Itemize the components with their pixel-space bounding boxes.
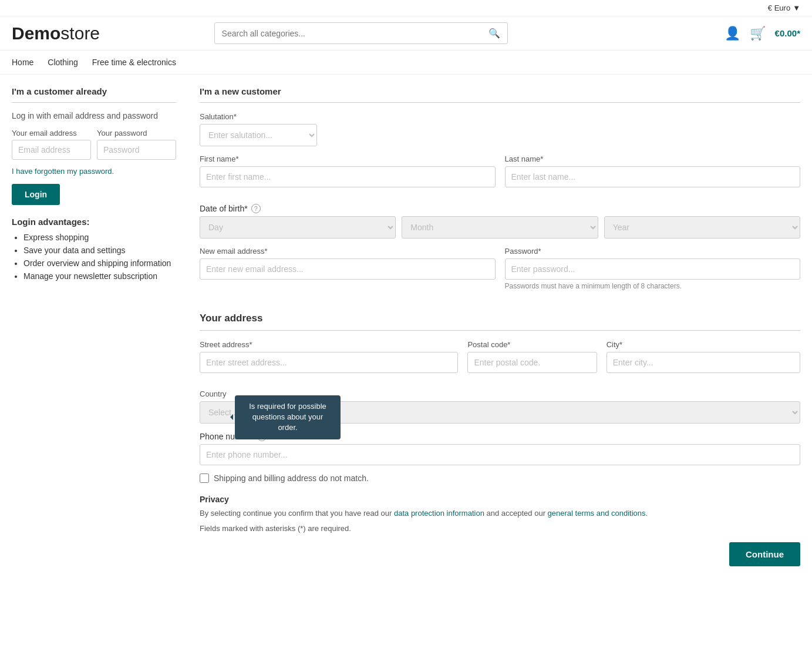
new-password-input[interactable] — [505, 258, 801, 280]
dob-selects-row: Day for(let i=1;i<=31;i++) document.writ… — [200, 216, 800, 239]
new-email-input[interactable] — [200, 258, 496, 280]
country-group: Country Select... Germany Austria Switze… — [200, 389, 800, 424]
dob-section: Date of birth* ? Day for(let i=1;i<=31;i… — [200, 204, 800, 239]
first-name-input[interactable] — [200, 166, 496, 187]
currency-selector[interactable]: € Euro ▼ — [768, 4, 800, 12]
dob-label-row: Date of birth* ? — [200, 204, 800, 213]
advantage-item: Save your data and settings — [23, 246, 176, 255]
cart-amount[interactable]: €0.00* — [775, 28, 800, 38]
privacy-text-between: and accepted our — [484, 509, 548, 518]
privacy-link2[interactable]: general terms and conditions. — [548, 509, 648, 518]
address-row: Street address* Postal code* City* — [200, 340, 800, 381]
dropdown-arrow-icon: ▼ — [793, 4, 800, 12]
privacy-section: Privacy By selecting continue you confir… — [200, 495, 800, 533]
right-panel: I'm a new customer Salutation* Enter sal… — [200, 86, 800, 566]
password-group: Your password — [97, 129, 176, 160]
new-password-group: Password* Passwords must have a minimum … — [505, 247, 801, 290]
year-select[interactable]: Year for(let y=2024;y>=1920;y--) documen… — [604, 216, 800, 239]
currency-label: € Euro — [768, 4, 790, 12]
password-field[interactable] — [97, 140, 176, 160]
last-name-group: Last name* — [505, 155, 801, 187]
salutation-label: Salutation* — [200, 112, 800, 121]
main-content: I'm a customer already Log in with email… — [0, 75, 812, 578]
search-bar[interactable]: 🔍 — [214, 22, 508, 44]
password-hint: Passwords must have a minimum length of … — [505, 282, 801, 290]
email-field[interactable] — [12, 140, 91, 160]
user-icon[interactable]: 👤 — [725, 26, 740, 41]
advantages-title: Login advantages: — [12, 217, 176, 227]
postal-group: Postal code* — [467, 340, 597, 373]
street-input[interactable] — [200, 352, 458, 373]
advantage-item: Order overview and shipping information — [23, 258, 176, 268]
forgot-password-link[interactable]: I have forgotten my password. — [12, 167, 176, 176]
last-name-input[interactable] — [505, 166, 801, 187]
privacy-link1[interactable]: data protection information — [394, 509, 484, 518]
first-name-label: First name* — [200, 155, 496, 163]
phone-input[interactable] — [200, 444, 800, 465]
new-email-group: New email address* — [200, 247, 496, 290]
city-label: City* — [607, 340, 800, 349]
advantage-item: Manage your newsletter subscription — [23, 271, 176, 281]
nav-clothing[interactable]: Clothing — [48, 58, 78, 67]
advantage-item: Express shopping — [23, 233, 176, 242]
login-fields-row: Your email address Your password — [12, 129, 176, 167]
first-name-group: First name* — [200, 155, 496, 187]
search-input[interactable] — [222, 29, 484, 38]
login-subtitle: Log in with email address and password — [12, 111, 176, 120]
main-nav: Home Clothing Free time & electronics — [0, 51, 812, 75]
salutation-select[interactable]: Enter salutation... Mr. Mrs. Mx. — [200, 124, 317, 146]
email-password-row: New email address* Password* Passwords m… — [200, 247, 800, 298]
continue-button[interactable]: Continue — [729, 542, 800, 566]
email-group: Your email address — [12, 129, 91, 160]
logo[interactable]: Demostore — [12, 23, 100, 43]
street-label: Street address* — [200, 340, 458, 349]
city-group: City* — [607, 340, 800, 373]
login-button[interactable]: Login — [12, 184, 60, 205]
city-input[interactable] — [607, 352, 800, 373]
new-customer-title: I'm a new customer — [200, 86, 800, 103]
address-section: Your address Street address* Postal code… — [200, 313, 800, 566]
street-group: Street address* — [200, 340, 458, 373]
day-select[interactable]: Day for(let i=1;i<=31;i++) document.writ… — [200, 216, 396, 239]
nav-free-time[interactable]: Free time & electronics — [92, 58, 176, 67]
name-row: First name* Last name* — [200, 155, 800, 196]
email-label: Your email address — [12, 129, 91, 137]
new-password-label: Password* — [505, 247, 801, 256]
continue-row: Continue — [200, 542, 800, 566]
postal-input[interactable] — [467, 352, 597, 373]
salutation-group: Salutation* Enter salutation... Mr. Mrs.… — [200, 112, 800, 146]
cart-icon[interactable]: 🛒 — [750, 26, 766, 41]
advantages-list: Express shopping Save your data and sett… — [12, 233, 176, 281]
header-right: 👤 🛒 €0.00* — [725, 26, 800, 41]
privacy-title: Privacy — [200, 495, 800, 504]
header: Demostore 🔍 👤 🛒 €0.00* — [0, 16, 812, 51]
search-icon: 🔍 — [488, 28, 500, 39]
dob-help-icon[interactable]: ? — [251, 204, 261, 213]
nav-home[interactable]: Home — [12, 58, 33, 67]
logo-bold: Demo — [12, 23, 60, 43]
required-note: Fields marked with asterisks (*) are req… — [200, 524, 800, 533]
last-name-label: Last name* — [505, 155, 801, 163]
existing-customer-title: I'm a customer already — [12, 86, 176, 103]
shipping-billing-checkbox[interactable] — [200, 473, 209, 483]
postal-label: Postal code* — [467, 340, 597, 349]
shipping-billing-label: Shipping and billing address do not matc… — [214, 473, 369, 483]
logo-light: store — [60, 23, 100, 43]
shipping-billing-row: Shipping and billing address do not matc… — [200, 473, 800, 483]
top-bar: € Euro ▼ — [0, 0, 812, 16]
month-select[interactable]: Month JanuaryFebruaryMarch AprilMayJune … — [402, 216, 598, 239]
new-email-label: New email address* — [200, 247, 496, 256]
privacy-text-before: By selecting continue you confirm that y… — [200, 509, 394, 518]
password-label: Your password — [97, 129, 176, 137]
dob-label: Date of birth* — [200, 204, 248, 213]
left-panel: I'm a customer already Log in with email… — [12, 86, 176, 566]
privacy-text: By selecting continue you confirm that y… — [200, 508, 800, 519]
address-title: Your address — [200, 313, 800, 331]
country-tooltip: Is required for possible questions about… — [235, 395, 341, 439]
